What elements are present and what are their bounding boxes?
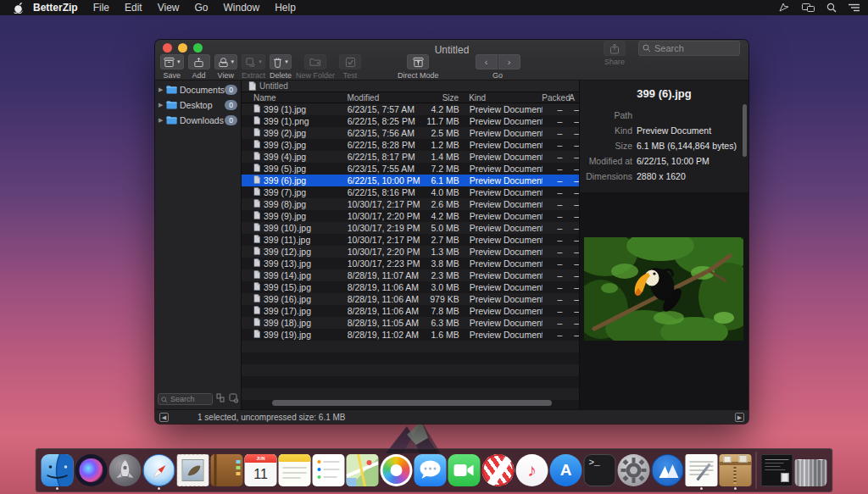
dock-item-mail[interactable] [176,452,210,489]
disclosure-triangle-icon[interactable]: ▶ [159,102,166,108]
add-button[interactable]: Add [188,54,210,80]
table-row[interactable]: 399 (5).jpg6/23/15, 7:55 AM7.2 MBPreview… [242,163,579,175]
table-row[interactable]: 399 (6).jpg6/22/15, 10:00 PM6.1 MBPrevie… [242,175,579,186]
column-size[interactable]: Size [423,93,465,103]
column-kind[interactable]: Kind [464,93,542,103]
quicklook-eye-icon[interactable] [229,391,239,407]
dock-item-minimized-window[interactable] [760,452,794,489]
table-row[interactable]: 399 (12).jpg10/30/17, 2:20 PM1.3 MBPrevi… [242,246,579,258]
table-row[interactable]: 399 (2).jpg6/23/15, 7:56 AM2.5 MBPreview… [242,127,579,139]
share-button[interactable]: Share [604,41,626,66]
dock-item-textedit[interactable] [685,452,719,489]
menu-help[interactable]: Help [275,2,296,14]
table-row[interactable]: 399 (14).jpg8/28/19, 11:07 AM2.3 MBPrevi… [242,269,579,281]
view-button[interactable]: ▾View [214,54,238,80]
dock-item-messages[interactable] [414,452,448,489]
sidebar-item-documents[interactable]: ▶Documents0 [155,83,241,96]
horizontal-scrollbar[interactable] [272,400,552,406]
disclosure-triangle-icon[interactable]: ▶ [159,86,166,93]
table-row[interactable]: 399 (16).jpg8/28/19, 11:06 AM979 KBPrevi… [242,293,579,305]
toggle-sidebar-button[interactable]: ◀ [159,413,169,422]
column-modified[interactable]: Modified [347,93,422,103]
table-row[interactable]: 399 (8).jpg10/30/17, 2:17 PM2.6 MBPrevie… [242,198,579,210]
dock-item-finder[interactable] [41,452,75,489]
screen-share-icon[interactable] [779,3,790,13]
dock-item-terminal[interactable]: >_ [583,452,617,489]
direct-mode-button[interactable]: Direct Mode [398,54,439,80]
forward-button[interactable]: › [498,54,520,69]
dock-item-photos[interactable] [380,452,414,489]
displays-icon[interactable] [802,3,815,13]
sidebar-item-desktop[interactable]: ▶Desktop0 [155,98,241,111]
table-row[interactable]: 399 (15).jpg8/28/19, 11:06 AM3.0 MBPrevi… [242,281,579,293]
table-row[interactable]: 399 (13).jpg10/30/17, 2:23 PM3.8 MBPrevi… [242,258,579,269]
sidebar-item-downloads[interactable]: ▶Downloads0 [155,114,241,126]
cell-name: 399 (14).jpg [264,270,311,280]
cell-attributes: – [562,282,579,292]
cell-modified: 8/28/19, 11:02 AM [348,330,423,340]
minimize-button[interactable] [178,43,187,53]
preview-scrollbar[interactable] [743,104,747,157]
breadcrumb[interactable]: Untitled [242,80,579,92]
extract-button[interactable]: ▾Extract [242,54,265,80]
test-button[interactable]: Test [339,54,361,80]
table-row[interactable]: 399 (11).jpg10/30/17, 2:17 PM2.7 MBPrevi… [242,234,579,246]
spotlight-icon[interactable] [826,3,837,13]
dock-item-siri[interactable] [75,452,108,489]
menu-go[interactable]: Go [195,2,209,14]
switcher-icon[interactable] [849,3,860,12]
back-button[interactable]: ‹ [476,54,498,69]
table-row[interactable]: 399 (1).png6/22/15, 8:25 PM11.7 MBPrevie… [242,115,579,127]
dropdown-caret-icon[interactable]: ▾ [231,58,235,65]
menu-window[interactable]: Window [224,2,260,14]
close-button[interactable] [163,43,172,53]
toggle-preview-button[interactable]: ▶ [735,413,744,422]
table-row[interactable]: 399 (1).jpg6/23/15, 7:57 AM4.2 MBPreview… [242,103,579,115]
dock-item-maps[interactable] [346,452,380,489]
dock-item-system-preferences[interactable] [617,452,651,489]
dock-item-music[interactable]: ♪ [515,452,549,489]
dock-item-launchpad[interactable] [108,452,142,489]
go-button[interactable]: ‹›Go [476,54,520,80]
table-row[interactable]: 399 (3).jpg6/22/15, 8:28 PM1.2 MBPreview… [242,139,579,151]
dock-item-news[interactable] [481,452,515,489]
table-row[interactable]: 399 (9).jpg10/30/17, 2:20 PM4.2 MBPrevie… [242,210,579,222]
zoom-button[interactable] [193,43,203,53]
apple-menu-icon[interactable] [14,3,23,14]
menu-edit[interactable]: Edit [125,2,142,14]
delete-button[interactable]: ▾Delete [270,54,292,80]
column-attributes[interactable]: A [562,93,579,103]
dock-item-calendar[interactable]: JUN11 [244,452,278,489]
table-row[interactable]: 399 (19).jpg8/28/19, 11:02 AM1.6 MBPrevi… [242,329,579,341]
dock-item-app-store[interactable]: A [549,452,583,489]
disclosure-triangle-icon[interactable]: ▶ [159,117,166,124]
table-row[interactable]: 399 (17).jpg8/28/19, 11:06 AM7.8 MBPrevi… [242,305,579,317]
sidebar-search-input[interactable]: Search [158,393,213,405]
dock-item-notes[interactable] [278,452,312,489]
table-header[interactable]: Name Modified Size Kind Packed A [242,92,579,103]
toolbar-search-input[interactable]: Search [638,41,740,56]
dropdown-caret-icon[interactable]: ▾ [259,58,262,65]
menu-file[interactable]: File [93,2,109,14]
dock-item-contacts[interactable] [210,452,244,489]
column-packed[interactable]: Packed [542,93,562,103]
table-row[interactable]: 399 (18).jpg8/28/19, 11:05 AM6.3 MBPrevi… [242,317,579,329]
column-name[interactable]: Name [242,93,347,103]
menu-view[interactable]: View [158,2,180,14]
dropdown-caret-icon[interactable]: ▾ [285,58,288,65]
app-menu-betterzip[interactable]: BetterZip [33,2,78,14]
dock-item-mountain-app[interactable] [651,452,685,489]
flat-view-icon[interactable] [216,391,225,407]
dock-item-facetime[interactable] [448,452,481,489]
table-row[interactable]: 399 (7).jpg6/22/15, 8:16 PM4.0 MBPreview… [242,186,579,198]
save-button[interactable]: ▾Save [160,54,184,80]
dock-item-betterzip[interactable] [719,452,753,489]
table-row[interactable]: 399 (10).jpg10/30/17, 2:19 PM5.0 MBPrevi… [242,222,579,234]
mountain-app-icon [652,454,684,486]
dock-item-reminders[interactable] [312,452,346,489]
dock-item-safari[interactable] [142,452,176,489]
dropdown-caret-icon[interactable]: ▾ [177,58,181,65]
dock-item-trash[interactable] [794,452,828,489]
new-folder-button[interactable]: New Folder [296,54,335,80]
table-row[interactable]: 399 (4).jpg6/22/15, 8:17 PM1.4 MBPreview… [242,151,579,163]
